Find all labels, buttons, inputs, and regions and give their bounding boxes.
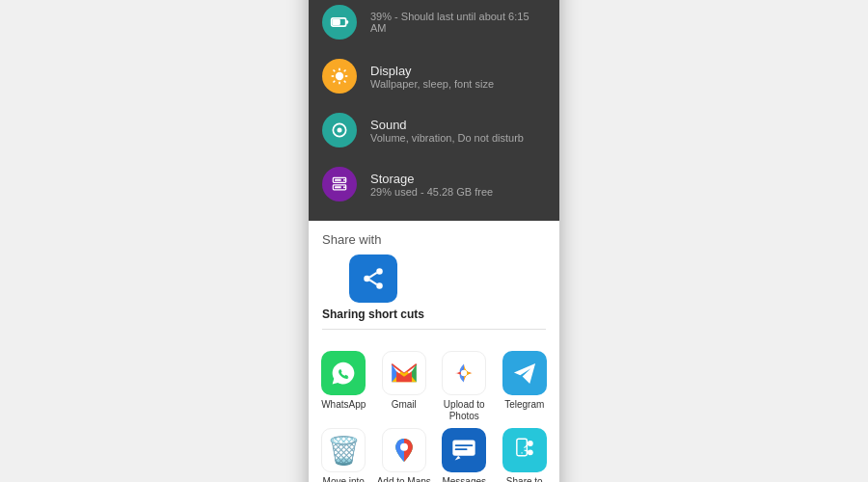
svg-line-13 xyxy=(334,81,336,83)
svg-line-12 xyxy=(344,70,346,72)
telegram-label: Telegram xyxy=(504,399,544,411)
share-section: Share with Sharing short cuts xyxy=(309,221,559,345)
settings-item-sound[interactable]: Sound Volume, vibration, Do not disturb xyxy=(309,103,559,157)
gmail-icon xyxy=(382,351,426,395)
settings-item-storage[interactable]: Storage 29% used - 45.28 GB free xyxy=(309,157,559,211)
svg-point-5 xyxy=(336,72,343,80)
svg-point-15 xyxy=(338,128,342,133)
svg-rect-29 xyxy=(453,441,475,456)
svg-point-28 xyxy=(400,443,408,451)
battery-icon xyxy=(322,5,357,40)
photos-icon xyxy=(442,351,486,395)
app-item-telegram[interactable]: Telegram xyxy=(498,351,553,422)
storage-title: Storage xyxy=(370,172,493,186)
svg-line-11 xyxy=(344,81,346,83)
display-icon xyxy=(322,59,357,94)
settings-item-battery[interactable]: 39% - Should last until about 6:15 AM xyxy=(309,0,559,49)
mobileshare-label: Share to mobile device xyxy=(498,476,553,482)
svg-point-18 xyxy=(343,179,345,181)
whatsapp-label: WhatsApp xyxy=(321,399,366,411)
storage-subtitle: 29% used - 45.28 GB free xyxy=(370,186,493,198)
app-item-gmail[interactable]: Gmail xyxy=(377,351,432,422)
app-item-maps[interactable]: Add to Maps xyxy=(377,428,432,482)
svg-rect-3 xyxy=(346,20,349,23)
storage-text: Storage 29% used - 45.28 GB free xyxy=(370,172,493,198)
svg-line-10 xyxy=(334,70,336,72)
maps-icon xyxy=(382,428,426,472)
display-text: Display Wallpaper, sleep, font size xyxy=(370,64,494,90)
sound-icon xyxy=(322,113,357,147)
sound-title: Sound xyxy=(370,118,524,132)
messages-label: Messages xyxy=(442,476,486,482)
app-item-whatsapp[interactable]: WhatsApp xyxy=(316,351,371,422)
svg-rect-21 xyxy=(335,186,341,188)
mobileshare-icon xyxy=(502,428,547,472)
svg-line-26 xyxy=(369,280,376,284)
svg-point-35 xyxy=(528,449,533,455)
vault-icon: 🗑️ xyxy=(321,428,366,472)
sound-text: Sound Volume, vibration, Do not disturb xyxy=(370,118,524,144)
sharing-shortcut-button[interactable] xyxy=(349,254,397,303)
vault-label: Move into vault xyxy=(316,476,371,482)
telegram-icon xyxy=(502,351,547,395)
app-item-mobileshare[interactable]: Share to mobile device xyxy=(498,428,553,482)
messages-icon xyxy=(442,428,486,472)
battery-text: 39% - Should last until about 6:15 AM xyxy=(370,11,546,34)
divider xyxy=(322,329,546,330)
share-with-label: Share with xyxy=(322,232,546,247)
phone-panel: 39% - Should last until about 6:15 AM xyxy=(309,0,559,482)
settings-panel: 39% - Should last until about 6:15 AM xyxy=(309,0,559,221)
sharing-shortcut-label: Sharing short cuts xyxy=(322,308,424,321)
svg-point-27 xyxy=(461,370,467,376)
whatsapp-icon xyxy=(321,351,366,395)
sound-subtitle: Volume, vibration, Do not disturb xyxy=(370,132,524,144)
maps-label: Add to Maps xyxy=(377,476,431,482)
photos-label: Upload to Photos xyxy=(437,399,492,422)
svg-rect-30 xyxy=(455,444,474,446)
svg-rect-31 xyxy=(455,448,468,450)
app-item-vault[interactable]: 🗑️ Move into vault xyxy=(316,428,371,482)
svg-rect-20 xyxy=(335,179,341,181)
settings-item-display[interactable]: Display Wallpaper, sleep, font size xyxy=(309,49,559,103)
app-grid: WhatsApp Gmail xyxy=(309,345,559,482)
svg-rect-4 xyxy=(333,19,340,25)
svg-point-34 xyxy=(528,441,533,446)
app-item-photos[interactable]: Upload to Photos xyxy=(437,351,492,422)
battery-subtitle: 39% - Should last until about 6:15 AM xyxy=(370,11,546,34)
display-subtitle: Wallpaper, sleep, font size xyxy=(370,78,494,90)
app-item-messages[interactable]: Messages xyxy=(437,428,492,482)
svg-point-19 xyxy=(343,186,345,188)
display-title: Display xyxy=(370,64,494,78)
storage-icon xyxy=(322,167,357,201)
svg-line-25 xyxy=(369,273,376,278)
gmail-label: Gmail xyxy=(392,399,417,411)
